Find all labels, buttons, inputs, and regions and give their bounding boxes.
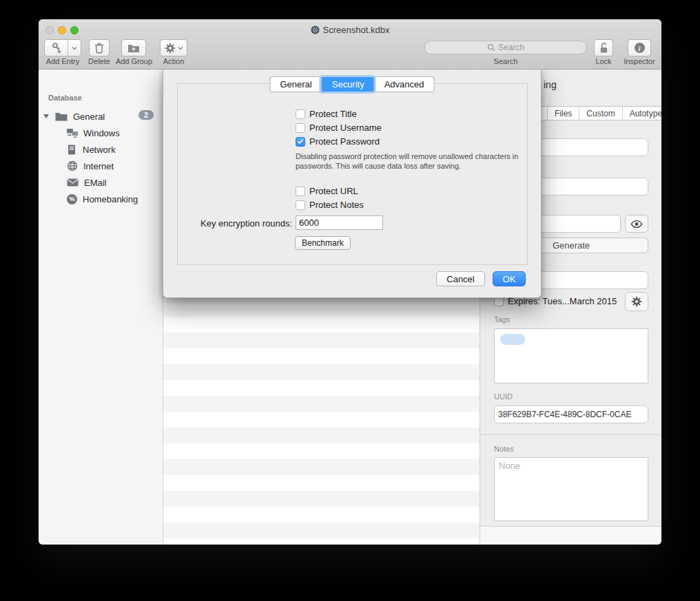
server-icon bbox=[68, 145, 76, 155]
gear-icon bbox=[631, 296, 642, 307]
notes-label: Notes bbox=[494, 445, 514, 453]
sidebar-item-label: General bbox=[73, 112, 105, 122]
info-icon: i bbox=[635, 43, 645, 53]
inspector-title-clipped: ing bbox=[544, 79, 557, 90]
sidebar-item-label: Internet bbox=[83, 161, 114, 171]
delete-label: Delete bbox=[84, 57, 114, 65]
add-entry-button[interactable] bbox=[44, 39, 81, 56]
app-window: Screenshot.kdbx Add Entry Delete bbox=[39, 19, 661, 545]
uuid-value: 38F629B7-FC4E-489C-8DCF-0CAE bbox=[495, 406, 648, 423]
protect-username-checkbox[interactable] bbox=[296, 123, 305, 133]
sidebar-section-database: Database bbox=[48, 94, 82, 102]
tab-custom[interactable]: Custom bbox=[579, 107, 621, 120]
desktop: Screenshot.kdbx Add Entry Delete bbox=[0, 0, 700, 601]
tab-general[interactable]: General bbox=[270, 77, 321, 92]
sidebar-item-windows[interactable]: Windows bbox=[39, 125, 163, 141]
protect-password-row: Protect Password bbox=[296, 136, 380, 147]
disclosure-triangle-icon[interactable] bbox=[43, 114, 49, 118]
action-label: Action bbox=[158, 57, 189, 65]
inspector-footer bbox=[480, 526, 661, 545]
tab-advanced[interactable]: Advanced bbox=[374, 77, 434, 92]
search-icon bbox=[487, 43, 495, 52]
key-encryption-rounds-label: Key encryption rounds: bbox=[163, 218, 292, 229]
notes-placeholder: None bbox=[495, 458, 648, 474]
notes-textarea[interactable]: None bbox=[494, 457, 648, 521]
search-input[interactable]: Search bbox=[424, 41, 587, 54]
tag-token[interactable] bbox=[500, 334, 525, 345]
tab-files[interactable]: Files bbox=[547, 107, 579, 120]
delete-button[interactable] bbox=[89, 39, 110, 56]
count-badge: 2 bbox=[138, 110, 154, 120]
envelope-icon bbox=[67, 178, 79, 187]
benchmark-button[interactable]: Benchmark bbox=[295, 236, 351, 250]
add-group-label: Add Group bbox=[114, 57, 154, 65]
sidebar-item-network[interactable]: Network bbox=[39, 141, 163, 158]
database-settings-sheet: General Security Advanced Protect Title … bbox=[163, 69, 542, 298]
percent-icon: % bbox=[67, 194, 77, 204]
lock-label: Lock bbox=[588, 57, 619, 65]
add-entry-label: Add Entry bbox=[44, 57, 81, 65]
chevron-down-icon[interactable] bbox=[68, 46, 81, 50]
tags-box[interactable] bbox=[494, 328, 648, 383]
reveal-password-button[interactable] bbox=[625, 215, 648, 233]
protect-url-checkbox[interactable] bbox=[296, 187, 305, 196]
sidebar-item-label: Windows bbox=[83, 128, 120, 138]
sidebar-item-general[interactable]: General 2 bbox=[39, 108, 163, 125]
sidebar-item-internet[interactable]: Internet bbox=[39, 158, 163, 174]
check-icon bbox=[297, 138, 304, 145]
lock-open-icon bbox=[599, 42, 609, 54]
uuid-field[interactable]: 38F629B7-FC4E-489C-8DCF-0CAE bbox=[494, 405, 648, 423]
windows-network-icon bbox=[66, 128, 79, 138]
sidebar-item-homebanking[interactable]: % Homebanking bbox=[39, 191, 163, 207]
add-group-button[interactable] bbox=[121, 39, 146, 56]
protect-title-row: Protect Title bbox=[296, 109, 357, 119]
lock-button[interactable] bbox=[594, 39, 613, 56]
protect-notes-row: Protect Notes bbox=[296, 200, 364, 210]
protect-notes-checkbox[interactable] bbox=[296, 200, 305, 210]
title-bar: Screenshot.kdbx bbox=[39, 24, 661, 35]
folder-icon bbox=[55, 112, 68, 121]
minimize-button[interactable] bbox=[58, 26, 66, 34]
protect-username-label: Protect Username bbox=[309, 123, 382, 133]
protect-title-checkbox[interactable] bbox=[296, 109, 305, 119]
password-protection-warning: Disabling password protection will remov… bbox=[296, 151, 527, 171]
sidebar-item-label: Network bbox=[83, 145, 116, 155]
protect-notes-label: Protect Notes bbox=[309, 200, 364, 210]
gear-icon bbox=[165, 43, 176, 54]
cancel-button[interactable]: Cancel bbox=[436, 271, 485, 286]
tab-autotype[interactable]: Autotype bbox=[622, 107, 661, 120]
tags-label: Tags bbox=[494, 315, 510, 324]
window-title: Screenshot.kdbx bbox=[323, 25, 390, 35]
protect-url-row: Protect URL bbox=[296, 186, 358, 196]
sidebar: Database General 2 Windows Network bbox=[39, 69, 163, 545]
uuid-label: UUID bbox=[494, 392, 513, 401]
search-placeholder: Search bbox=[498, 43, 524, 52]
protect-password-label: Protect Password bbox=[309, 136, 380, 147]
action-button[interactable] bbox=[160, 39, 187, 56]
ok-button[interactable]: OK bbox=[493, 271, 526, 286]
settings-tabs: General Security Advanced bbox=[269, 76, 434, 92]
search-label: Search bbox=[424, 57, 587, 65]
toolbar: Screenshot.kdbx Add Entry Delete bbox=[39, 19, 661, 70]
protect-username-row: Protect Username bbox=[296, 123, 382, 133]
expires-settings-button[interactable] bbox=[625, 292, 648, 311]
tab-security[interactable]: Security bbox=[322, 77, 374, 92]
protect-url-label: Protect URL bbox=[309, 186, 358, 196]
inspector-button[interactable]: i bbox=[628, 39, 651, 56]
eye-icon bbox=[630, 220, 644, 229]
folder-plus-icon bbox=[127, 43, 140, 53]
chevron-down-icon bbox=[178, 46, 183, 50]
globe-icon bbox=[67, 160, 78, 171]
sidebar-item-email[interactable]: EMail bbox=[39, 174, 163, 191]
sidebar-item-label: EMail bbox=[84, 178, 107, 188]
protect-password-checkbox[interactable] bbox=[296, 137, 305, 147]
key-encryption-rounds-input[interactable] bbox=[296, 215, 383, 230]
inspector-label: Inspector bbox=[620, 57, 659, 65]
zoom-button[interactable] bbox=[70, 26, 79, 34]
section-divider bbox=[480, 434, 661, 435]
trash-icon bbox=[94, 43, 104, 54]
protect-title-label: Protect Title bbox=[309, 109, 357, 119]
close-button[interactable] bbox=[45, 26, 54, 34]
sidebar-item-label: Homebanking bbox=[83, 194, 138, 204]
key-plus-icon bbox=[45, 42, 68, 54]
